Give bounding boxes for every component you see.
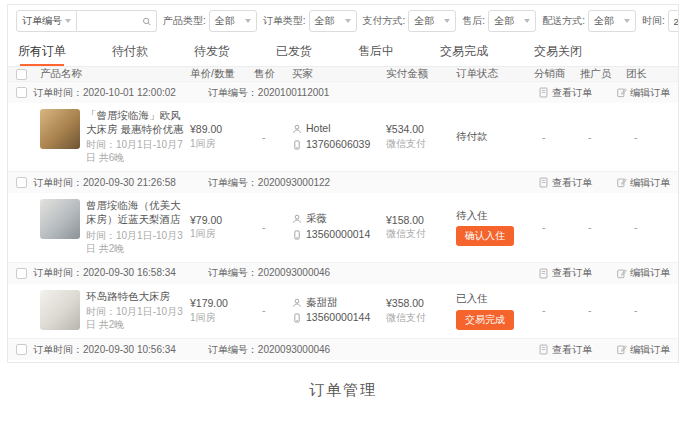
- filter-aftersale: 售后: 全部: [462, 10, 536, 32]
- distributor: -: [534, 221, 580, 233]
- complete-trade-button[interactable]: 交易完成: [456, 310, 514, 330]
- aftersale-select[interactable]: 全部: [488, 10, 536, 32]
- order-row: 环岛路特色大床房 时间：10月1日-10月3日 共2晚 ¥179.00 1间房 …: [8, 284, 678, 339]
- order-management-panel: 订单编号 产品类型: 全部 订单类型: 全部 支付方式:: [7, 4, 679, 363]
- order-number: 订单编号：2020093000046: [208, 343, 330, 357]
- paid-cell: ¥358.00 微信支付: [386, 296, 456, 325]
- tab-shipped[interactable]: 已发货: [276, 36, 312, 66]
- col-distributor: 分销商: [534, 67, 580, 81]
- leader: -: [626, 221, 670, 233]
- person-icon: [292, 298, 302, 308]
- order-checkbox[interactable]: [16, 177, 27, 188]
- order-type-select[interactable]: 全部: [309, 10, 357, 32]
- product-title: 环岛路特色大床房: [86, 290, 190, 304]
- tab-closed[interactable]: 交易关闭: [534, 36, 582, 66]
- order-time: 订单时间：2020-10-01 12:00:02: [33, 86, 176, 100]
- order-search-group: 订单编号: [16, 10, 157, 32]
- order-group: 订单时间：2020-09-30 21:26:58 订单编号：2020093000…: [8, 171, 678, 261]
- view-order-label: 查看订单: [552, 266, 592, 280]
- product-thumbnail: [40, 290, 80, 330]
- table-header: 产品名称 单价/数量 售价 买家 实付金额 订单状态 分销商 推广员 团长: [8, 67, 678, 81]
- edit-order-label: 编辑订单: [630, 343, 670, 357]
- distributor: -: [534, 304, 580, 316]
- filter-time-range: 时间: - ×: [642, 10, 679, 32]
- tab-pending-shipment[interactable]: 待发货: [194, 36, 230, 66]
- filter-label: 订单类型:: [263, 14, 306, 28]
- view-order-button[interactable]: 查看订单: [538, 343, 592, 357]
- order-row: 环岛路海边近曾厝垵小木屋榻榻米大床房 床：双人大床 窗：飘窗 时间：10月1日-…: [8, 360, 678, 363]
- delivery-select[interactable]: 全部: [588, 10, 636, 32]
- view-order-button[interactable]: 查看订单: [538, 176, 592, 190]
- edit-order-button[interactable]: 编辑订单: [616, 343, 670, 357]
- order-group-header: 订单时间：2020-09-30 21:26:58 订单编号：2020093000…: [8, 172, 678, 193]
- status-text: 待付款: [456, 129, 534, 144]
- product-thumbnail: [40, 199, 80, 239]
- unit-price: ¥79.00: [190, 213, 254, 228]
- view-order-button[interactable]: 查看订单: [538, 266, 592, 280]
- view-order-icon: [538, 87, 549, 98]
- select-all-checkbox[interactable]: [16, 69, 27, 80]
- order-number: 订单编号：2020100112001: [208, 86, 330, 100]
- sale-price: -: [254, 221, 292, 233]
- filter-pay-method: 支付方式: 全部: [363, 10, 457, 32]
- product-meta: 时间：10月1日-10月7日 共6晚: [86, 138, 190, 164]
- date-from-input[interactable]: [668, 10, 679, 32]
- buyer-cell: 秦甜甜 13560000144: [292, 295, 386, 327]
- distributor: -: [534, 131, 580, 143]
- sale-price: -: [254, 304, 292, 316]
- select-value: 全部: [215, 14, 235, 28]
- paid-amount: ¥158.00: [386, 213, 456, 228]
- edit-order-icon: [616, 87, 627, 98]
- select-value: 全部: [414, 14, 434, 28]
- filter-label: 配送方式:: [542, 14, 585, 28]
- tab-aftersale[interactable]: 售后中: [358, 36, 394, 66]
- product-title: 「曾厝垵临海」欧风大床房 最惠特价优惠: [86, 109, 190, 136]
- tab-all-orders[interactable]: 所有订单: [18, 36, 66, 66]
- confirm-checkin-button[interactable]: 确认入住: [456, 226, 514, 246]
- tab-pending-payment[interactable]: 待付款: [112, 36, 148, 66]
- view-order-label: 查看订单: [552, 176, 592, 190]
- promoter: -: [580, 131, 626, 143]
- search-box: [77, 10, 157, 32]
- search-input[interactable]: [81, 16, 142, 27]
- pay-method-select[interactable]: 全部: [408, 10, 456, 32]
- edit-order-button[interactable]: 编辑订单: [616, 176, 670, 190]
- price-cell: ¥89.00 1间房: [190, 122, 254, 151]
- unit-price: ¥179.00: [190, 296, 254, 311]
- order-time: 订单时间：2020-09-30 21:26:58: [33, 176, 176, 190]
- buyer-name: Hotel: [306, 121, 331, 137]
- product-type-select[interactable]: 全部: [209, 10, 257, 32]
- pay-method: 微信支付: [386, 311, 456, 325]
- order-checkbox[interactable]: [16, 268, 27, 279]
- buyer-cell: Hotel 13760606039: [292, 121, 386, 153]
- person-icon: [292, 124, 302, 134]
- order-checkbox[interactable]: [16, 344, 27, 355]
- filter-label: 支付方式:: [363, 14, 406, 28]
- buyer-name: 秦甜甜: [306, 295, 338, 311]
- paid-amount: ¥534.00: [386, 122, 456, 137]
- tab-completed[interactable]: 交易完成: [440, 36, 488, 66]
- leader: -: [626, 131, 670, 143]
- order-checkbox[interactable]: [16, 87, 27, 98]
- quantity: 1间房: [190, 137, 254, 151]
- unit-price: ¥89.00: [190, 122, 254, 137]
- chevron-down-icon: [524, 19, 530, 23]
- promoter: -: [580, 221, 626, 233]
- search-field-select[interactable]: 订单编号: [16, 10, 77, 32]
- price-cell: ¥79.00 1间房: [190, 213, 254, 242]
- col-sale-price: 售价: [254, 67, 292, 81]
- edit-order-button[interactable]: 编辑订单: [616, 266, 670, 280]
- col-promoter: 推广员: [580, 67, 626, 81]
- chevron-down-icon: [444, 19, 450, 23]
- col-status: 订单状态: [456, 67, 534, 81]
- order-row: 曾厝垵临海（优美大床房）近蓝天梨酒店 时间：10月1日-10月3日 共2晚 ¥7…: [8, 193, 678, 261]
- view-order-button[interactable]: 查看订单: [538, 86, 592, 100]
- search-icon: [142, 16, 152, 27]
- order-group: 订单时间：2020-09-30 10:56:34 订单编号：2020093000…: [8, 338, 678, 363]
- edit-order-button[interactable]: 编辑订单: [616, 86, 670, 100]
- chevron-down-icon: [624, 19, 630, 23]
- quantity: 1间房: [190, 227, 254, 241]
- phone-icon: [292, 230, 302, 240]
- filter-bar: 订单编号 产品类型: 全部 订单类型: 全部 支付方式:: [8, 5, 678, 36]
- product-meta: 时间：10月1日-10月3日 共2晚: [86, 229, 190, 255]
